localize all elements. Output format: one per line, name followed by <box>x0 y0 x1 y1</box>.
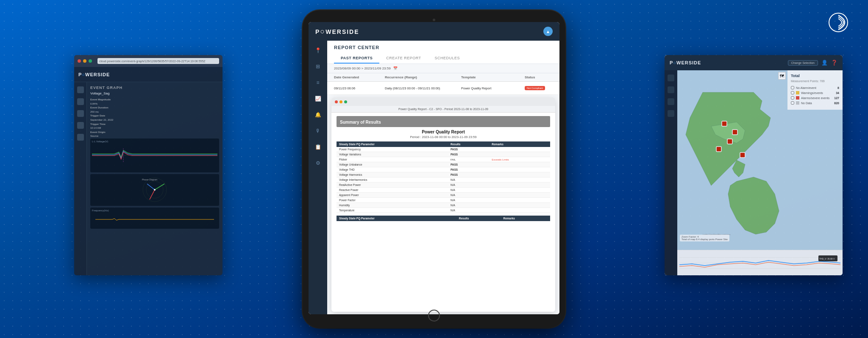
td-result: N/A <box>448 183 489 188</box>
td-result: N/A <box>448 177 489 183</box>
voltage-chart: L-L Voltage(V) <box>90 139 219 172</box>
nav-icon-5[interactable] <box>77 134 84 141</box>
col-recurrence: Recurrence (Range) <box>385 75 461 79</box>
tablet-user-icon[interactable]: ▲ <box>543 27 553 36</box>
alarm-color-dot <box>796 96 799 100</box>
event-graph-title: EVENT GRAPH <box>90 86 219 90</box>
warning-color-dot <box>796 91 799 94</box>
summary-popup: Power Quality Report - C2 - SFO - Period… <box>331 97 555 312</box>
svg-line-5 <box>155 184 164 190</box>
th-result: Results <box>448 141 489 147</box>
tablet-home-button[interactable] <box>428 310 440 321</box>
stats-row-alarms: Alarms/severe events 127 <box>791 96 839 100</box>
right-main: Leaflet | OpenStreetMap contributors Tot… <box>677 70 843 275</box>
svg-point-8 <box>154 189 156 191</box>
sidebar-icon-report[interactable]: 📋 <box>313 142 323 152</box>
td-param: Reactive Power <box>337 188 448 193</box>
cell-recurrence: Daily (08/11/23 00:00 - 09/11/21 00:00) <box>385 86 461 90</box>
td-remarks <box>489 198 550 203</box>
th2-param: Steady State PQ Parameter <box>337 216 456 221</box>
status-badge: Not Compliant <box>525 86 545 90</box>
right-header-actions: Change Selection 👤 ❓ <box>788 60 837 66</box>
sidebar-icon-list[interactable]: ≡ <box>313 78 323 87</box>
stats-checkbox-no-data[interactable] <box>791 101 794 105</box>
cell-status: Not Compliant <box>525 86 559 90</box>
powerside-logo-left: P○WERSIDE <box>78 72 110 77</box>
td-param: Humidity <box>337 203 448 208</box>
stats-checkbox-warnings[interactable] <box>791 91 794 94</box>
td-remarks <box>489 188 550 193</box>
svg-rect-13 <box>727 139 732 144</box>
map-toggle-btn[interactable]: 🗺 <box>778 72 786 80</box>
td-remarks <box>489 152 550 157</box>
frequency-label: Frequency(Hz) <box>92 209 217 212</box>
td-param: Temperature <box>337 208 448 213</box>
summary-table-2: Steady State PQ Parameter Results Remark… <box>337 216 550 221</box>
td-param: RealActive Power <box>337 183 448 188</box>
nav-icon-4[interactable] <box>77 122 84 129</box>
nav-icon-2[interactable] <box>77 98 84 105</box>
stats-checkbox-no-alarm[interactable] <box>791 86 794 89</box>
help-icon-right[interactable]: ❓ <box>831 60 837 66</box>
sidebar-icon-settings[interactable]: ⚙ <box>313 158 323 168</box>
popup-maximize[interactable] <box>344 100 347 103</box>
zoom-indicator: Zoom Factor: 4 Total of map 8.4 display … <box>680 235 729 241</box>
sidebar-icon-chart[interactable]: 📈 <box>313 94 323 103</box>
cell-date: 09/11/23 06:06 <box>334 86 385 90</box>
right-nav-icon-4[interactable] <box>668 110 674 117</box>
sidebar-icon-grid[interactable]: ⊞ <box>313 62 323 71</box>
td-param: Voltage THD <box>337 167 448 172</box>
map-area: Leaflet | OpenStreetMap contributors Tot… <box>677 70 843 250</box>
popup-window-bar <box>331 97 555 106</box>
no-data-color-dot <box>796 101 799 105</box>
td-remarks: Exceeds Limits <box>489 157 550 162</box>
th2-result: Results <box>456 216 501 221</box>
popup-close[interactable] <box>335 100 338 103</box>
sidebar-icon-location[interactable]: 📍 <box>313 46 323 55</box>
td-remarks <box>489 177 550 183</box>
td-param: Flicker <box>337 157 448 162</box>
td-param: Voltage Harmonics <box>337 172 448 177</box>
maximize-dot <box>89 59 92 63</box>
right-nav-icon-1[interactable] <box>668 75 674 81</box>
th-remarks: Remarks <box>489 141 550 147</box>
center-tablet: P○WERSIDE ▲ 📍 ⊞ ≡ 📈 🔔 🎙 📋 ⚙ <box>303 10 565 328</box>
right-panel-header: P○WERSIDE Change Selection 👤 ❓ <box>665 55 843 70</box>
right-nav-icon-3[interactable] <box>668 98 674 105</box>
left-panel-event-graph: cloud.powerside.com/event-graph/129/1206… <box>74 55 223 275</box>
stats-row-no-data: No Data 820 <box>791 101 839 105</box>
table-row[interactable]: 09/11/23 06:06 Daily (08/11/23 00:00 - 0… <box>327 82 559 95</box>
td-remarks <box>489 208 550 213</box>
right-nav-icon-2[interactable] <box>668 86 674 93</box>
change-selection-btn[interactable]: Change Selection <box>788 60 818 66</box>
stats-measurement-points: Measurement Points: 789 <box>791 80 839 83</box>
stats-checkbox-alarms[interactable] <box>791 96 794 100</box>
close-dot <box>78 59 81 63</box>
nav-icon-3[interactable] <box>77 110 84 117</box>
sidebar-icon-alert[interactable]: 🔔 <box>313 110 323 119</box>
left-nav-sidebar <box>74 82 87 275</box>
td-remarks <box>489 162 550 167</box>
tablet-bottom-bar <box>309 314 559 320</box>
tablet-sidebar: 📍 ⊞ ≡ 📈 🔔 🎙 📋 ⚙ <box>309 41 327 314</box>
popup-minimize[interactable] <box>339 100 342 103</box>
user-icon-right[interactable]: 👤 <box>821 60 828 66</box>
event-details: Event Magnitude 0.84% Event Duration 250… <box>90 98 219 139</box>
event-graph-content: EVENT GRAPH Voltage_Sag Event Magnitude … <box>87 82 223 275</box>
td-result: PASS <box>448 152 489 157</box>
browser-url: cloud.powerside.com/event-graph/129/1206… <box>97 58 219 64</box>
svg-text:THD_V: 35.89 V: THD_V: 35.89 V <box>819 258 835 260</box>
sidebar-icon-mic[interactable]: 🎙 <box>313 126 323 136</box>
tab-past-reports[interactable]: PAST REPORTS <box>334 53 379 64</box>
summary-table: Steady State PQ Parameter Results Remark… <box>337 141 550 213</box>
td-result: N/A <box>448 203 489 208</box>
nav-icon-1[interactable] <box>77 86 84 93</box>
svg-rect-11 <box>722 121 727 126</box>
tab-create-report[interactable]: CREATE REPORT <box>379 53 428 64</box>
th2-remarks: Remarks <box>501 216 550 221</box>
app-header: P○WERSIDE <box>74 67 223 82</box>
phasor-diagram: Phasor Diagram <box>90 174 219 206</box>
td-remarks <box>489 193 550 198</box>
td-remarks <box>489 167 550 172</box>
tab-schedules[interactable]: SCHEDULES <box>428 53 467 64</box>
